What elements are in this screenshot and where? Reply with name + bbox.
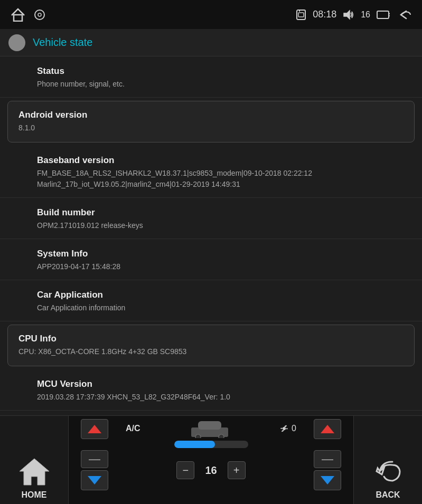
info-title-car-application: Car Application (37, 290, 406, 300)
home-icon (11, 8, 25, 22)
left-temp-down-button[interactable] (81, 470, 108, 490)
back-large-icon (371, 457, 405, 487)
svg-rect-13 (198, 421, 221, 430)
battery-level: 16 (361, 10, 370, 20)
info-value-status: Phone number, signal, etc. (37, 79, 406, 90)
minus-icon: − (183, 464, 189, 477)
svg-rect-7 (377, 11, 389, 18)
up-arrow-icon (87, 424, 102, 434)
info-value-android-version: 8.1.0 (18, 122, 404, 134)
car-icon (189, 419, 231, 438)
svg-marker-10 (20, 459, 49, 485)
left-temp-up-button[interactable] (81, 419, 108, 439)
back-label: BACK (376, 490, 400, 500)
temp-bar (174, 441, 215, 448)
info-title-cpu-info: CPU Info (18, 334, 404, 344)
header-circle-icon (8, 34, 25, 51)
down-arrow-icon (87, 475, 102, 486)
content-area[interactable]: StatusPhone number, signal, etc.Android … (0, 56, 422, 415)
temp-decrease-button[interactable]: − (176, 461, 194, 479)
info-title-build-number: Build number (37, 207, 406, 218)
time-display: 08:18 (313, 9, 336, 20)
svg-marker-19 (321, 476, 334, 484)
svg-marker-6 (344, 11, 350, 19)
plus-icon: + (233, 464, 240, 477)
up-arrow-right-icon (320, 424, 335, 434)
volume-icon (343, 9, 354, 20)
svg-rect-4 (298, 13, 304, 17)
info-title-system-info: System Info (37, 249, 406, 259)
svg-point-2 (38, 13, 41, 16)
info-item-bt-version[interactable]: BT Version (0, 411, 422, 415)
info-item-system-info[interactable]: System InfoAPP2019-04-17 15:48:28 (0, 239, 422, 280)
info-item-status[interactable]: StatusPhone number, signal, etc. (0, 56, 422, 98)
temperature-value: 16 (205, 464, 217, 477)
left-minus-icon: — (89, 452, 100, 466)
info-value-car-application: Car Application information (37, 302, 406, 313)
home-label: HOME (22, 490, 47, 500)
bottom-bar: HOME A/C (0, 415, 422, 504)
right-temp-down-button[interactable] (314, 470, 341, 490)
svg-point-15 (219, 434, 224, 438)
info-item-cpu-info[interactable]: CPU InfoCPU: X86_OCTA-CORE 1.8GHz 4+32 G… (7, 325, 415, 366)
sim-icon (296, 9, 306, 21)
svg-point-16 (283, 427, 286, 430)
info-item-baseband-version[interactable]: Baseband versionFM_BASE_18A_RLS2_ISHARKL… (0, 146, 422, 198)
right-temp-up-button[interactable] (314, 419, 341, 439)
svg-marker-18 (88, 476, 101, 484)
left-minus-button[interactable]: — (81, 450, 108, 468)
svg-point-14 (195, 434, 201, 438)
right-minus-icon: — (322, 452, 333, 466)
info-title-android-version: Android version (18, 110, 404, 120)
screen-icon (377, 9, 390, 20)
svg-point-1 (35, 10, 44, 20)
fan-speed-label: 0 (292, 424, 296, 433)
info-item-build-number[interactable]: Build numberOPM2.171019.012 release-keys (0, 198, 422, 239)
right-minus-button[interactable]: — (314, 450, 341, 468)
info-value-baseband-version: FM_BASE_18A_RLS2_ISHARKL2_W18.37.1|sc985… (37, 168, 406, 190)
settings-icon (34, 9, 45, 21)
home-button[interactable]: HOME (0, 416, 69, 504)
page-title: Vehicle state (33, 36, 92, 49)
svg-marker-11 (88, 425, 101, 433)
info-title-status: Status (37, 66, 406, 77)
info-value-cpu-info: CPU: X86_OCTA-CORE 1.8GHz 4+32 GB SC9853 (18, 346, 404, 357)
back-button[interactable]: BACK (353, 416, 422, 504)
temp-increase-button[interactable]: + (228, 461, 246, 479)
svg-rect-0 (14, 15, 22, 21)
status-bar-right: 08:18 16 (296, 9, 411, 21)
info-title-mcu-version: MCU Version (37, 379, 406, 389)
svg-marker-17 (321, 425, 334, 433)
info-item-android-version[interactable]: Android version8.1.0 (7, 101, 415, 142)
back-arrow-icon[interactable] (397, 9, 411, 21)
info-item-car-application[interactable]: Car ApplicationCar Application informati… (0, 280, 422, 321)
info-value-mcu-version: 2019.03.28 17:37:39 XHCN_53_L82_G32P48F6… (37, 392, 406, 403)
status-bar-left (11, 8, 45, 22)
ac-label: A/C (126, 424, 140, 433)
status-bar: 08:18 16 (0, 0, 422, 29)
fan-icon (279, 423, 289, 434)
down-arrow-right-icon (320, 475, 335, 486)
header-bar: Vehicle state (0, 29, 422, 56)
info-value-build-number: OPM2.171019.012 release-keys (37, 220, 406, 231)
home-large-icon (17, 457, 51, 487)
info-item-mcu-version[interactable]: MCU Version2019.03.28 17:37:39 XHCN_53_L… (0, 369, 422, 411)
info-title-baseband-version: Baseband version (37, 155, 406, 166)
info-value-system-info: APP2019-04-17 15:48:28 (37, 261, 406, 272)
